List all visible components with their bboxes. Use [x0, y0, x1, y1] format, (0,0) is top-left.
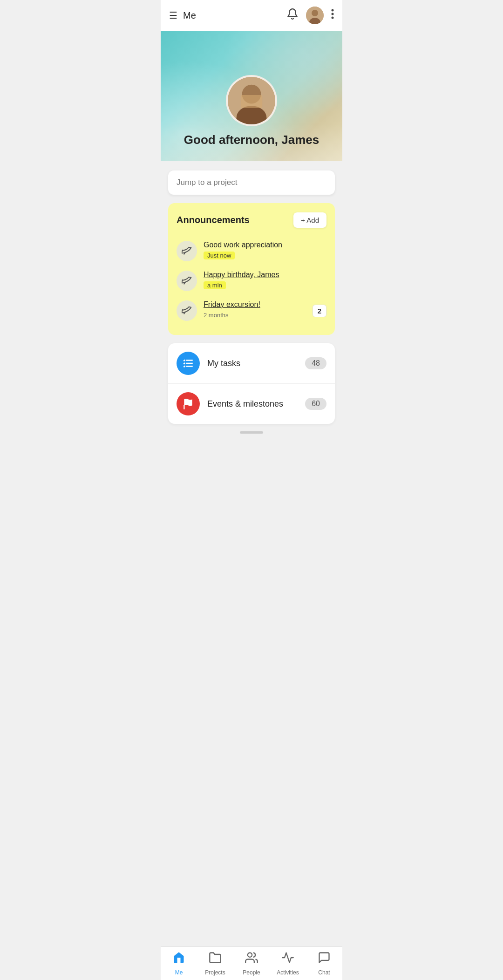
announcement-item[interactable]: Friday excursion! 2 months 2	[177, 296, 326, 326]
events-milestones-label: Events & milestones	[207, 399, 298, 409]
top-nav: ☰ Me	[161, 0, 342, 31]
announcement-item[interactable]: Happy birthday, James a min	[177, 266, 326, 296]
announcement-title[interactable]: Friday excursion!	[204, 300, 306, 309]
announcement-badge: 2	[313, 305, 326, 317]
announcement-content: Friday excursion! 2 months	[204, 300, 306, 319]
my-tasks-label: My tasks	[207, 359, 298, 368]
announcement-icon	[177, 271, 197, 291]
announcement-content: Good work appreciation Just now	[204, 241, 326, 259]
svg-rect-9	[241, 95, 262, 108]
announcements-title: Announcements	[177, 215, 250, 225]
add-announcement-button[interactable]: + Add	[293, 212, 326, 228]
scroll-hint	[240, 431, 263, 434]
announcement-item[interactable]: Good work appreciation Just now	[177, 236, 326, 266]
announcement-title[interactable]: Good work appreciation	[204, 241, 326, 249]
announcements-header: Announcements + Add	[177, 212, 326, 228]
bell-icon[interactable]	[286, 8, 299, 23]
svg-point-3	[332, 9, 334, 12]
svg-point-4	[332, 13, 334, 15]
avatar[interactable]	[306, 7, 324, 24]
more-options-icon[interactable]	[331, 8, 334, 22]
events-milestones-icon	[177, 392, 200, 415]
svg-point-1	[312, 10, 318, 16]
tasks-card: My tasks 48 Events & milestones 60	[168, 343, 335, 424]
my-tasks-item[interactable]: My tasks 48	[168, 343, 335, 384]
hero-banner: Good afternoon, James	[161, 31, 342, 161]
announcement-title[interactable]: Happy birthday, James	[204, 271, 326, 279]
my-tasks-count: 48	[305, 357, 326, 369]
greeting-text: Good afternoon, James	[184, 133, 319, 147]
my-tasks-icon	[177, 352, 200, 375]
main-content: Announcements + Add Good work appreciati…	[161, 161, 342, 479]
events-milestones-item[interactable]: Events & milestones 60	[168, 384, 335, 424]
search-input[interactable]	[168, 170, 335, 195]
events-milestones-count: 60	[305, 398, 326, 410]
nav-left: ☰ Me	[169, 10, 196, 21]
announcement-time: 2 months	[204, 312, 228, 319]
svg-point-5	[332, 17, 334, 19]
announcement-content: Happy birthday, James a min	[204, 271, 326, 289]
announcement-icon	[177, 300, 197, 321]
nav-right	[286, 7, 334, 24]
profile-avatar[interactable]	[226, 75, 277, 126]
announcement-time: Just now	[204, 252, 235, 259]
announcement-icon	[177, 241, 197, 261]
hamburger-icon[interactable]: ☰	[169, 10, 177, 21]
announcements-card: Announcements + Add Good work appreciati…	[168, 203, 335, 335]
announcement-time: a min	[204, 281, 226, 289]
page-title: Me	[183, 10, 196, 21]
